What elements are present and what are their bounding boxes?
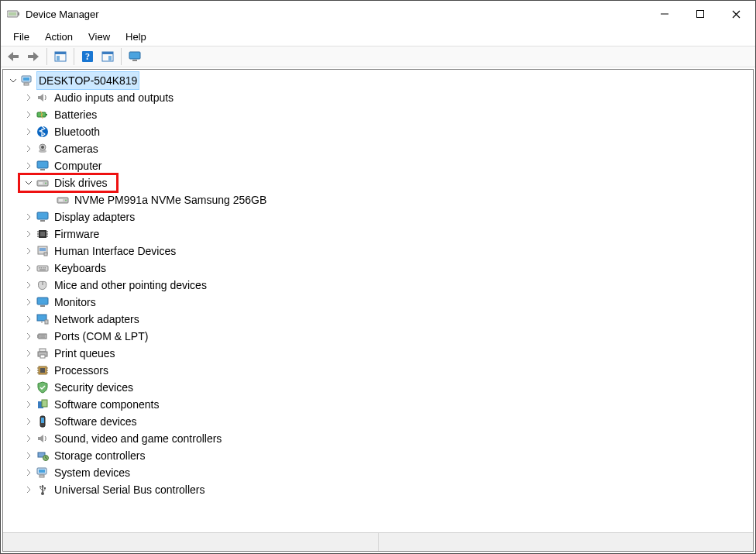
toolbar-separator [74,48,74,65]
tree-category-system[interactable]: System devices [3,464,753,481]
expander-icon[interactable] [22,210,36,224]
svg-rect-4 [12,55,19,58]
speaker-icon [36,91,50,105]
expander-icon[interactable] [22,397,36,411]
svg-rect-58 [39,334,46,339]
tree-category-proc[interactable]: Processors [3,362,753,379]
minimize-button[interactable] [647,2,682,26]
svg-point-62 [40,336,41,337]
expander-icon[interactable] [22,244,36,258]
tree-category-usb-label: Universal Serial Bus controllers [53,481,207,498]
tree-category-computer[interactable]: Computer [3,157,753,174]
client-area: DESKTOP-504K819Audio inputs and outputsB… [2,69,754,552]
svg-point-63 [42,336,43,337]
tree-category-ports-label: Ports (COM & LPT) [53,328,149,345]
tree-category-printq[interactable]: Print queues [3,345,753,362]
chip-icon [36,363,50,377]
menu-file[interactable]: File [5,29,37,44]
svg-rect-79 [41,418,44,423]
expander-icon[interactable] [22,176,36,190]
toolbar-back-button[interactable] [4,47,22,66]
expander-icon[interactable] [22,142,36,156]
menu-view[interactable]: View [81,29,118,44]
svg-rect-13 [108,56,112,60]
svg-text:?: ? [85,51,90,62]
expander-icon[interactable] [22,380,36,394]
menubar: File Action View Help [1,27,755,46]
tree-category-cameras[interactable]: Cameras [3,140,753,157]
expander-icon[interactable] [22,278,36,292]
keyboard-icon [36,261,50,275]
svg-rect-29 [39,182,43,184]
expander-icon[interactable] [22,449,36,463]
svg-point-24 [41,146,44,149]
expander-icon[interactable] [22,432,36,446]
expander-icon [42,193,56,207]
tree-category-sound[interactable]: Sound, video and game controllers [3,430,753,447]
tree-category-swcomp[interactable]: Software components [3,396,753,413]
tree-category-keyboards-label: Keyboards [53,260,108,277]
svg-rect-53 [37,298,48,305]
svg-rect-32 [59,199,63,201]
tree-category-swdev[interactable]: Software devices [3,413,753,430]
tree-root-node[interactable]: DESKTOP-504K819 [3,72,753,89]
toolbar-forward-button[interactable] [24,47,43,66]
printer-icon [36,346,50,360]
tree-category-storage-label: Storage controllers [53,447,147,464]
toolbar-help-button[interactable]: ? [78,47,97,66]
tree-category-mice[interactable]: Mice and other pointing devices [3,277,753,294]
tree-category-hid[interactable]: Human Interface Devices [3,243,753,260]
expander-icon[interactable] [22,295,36,309]
expander-icon[interactable] [22,159,36,173]
tree-category-monitors[interactable]: Monitors [3,294,753,311]
expander-icon[interactable] [22,363,36,377]
help-icon: ? [81,50,94,63]
tree-category-firmware[interactable]: Firmware [3,225,753,243]
expander-icon[interactable] [22,261,36,275]
device-tree[interactable]: DESKTOP-504K819Audio inputs and outputsB… [3,70,753,532]
expander-icon[interactable] [22,125,36,139]
expander-icon[interactable] [22,227,36,241]
expander-icon[interactable] [22,466,36,480]
svg-rect-20 [46,114,47,115]
tree-category-keyboards[interactable]: Keyboards [3,260,753,277]
maximize-button[interactable] [682,2,718,26]
expander-icon[interactable] [22,312,36,326]
tree-category-batteries[interactable]: Batteries [3,106,753,123]
expander-icon[interactable] [22,91,36,105]
close-button[interactable] [718,2,754,26]
toolbar-display-button[interactable] [125,47,144,66]
tree-device-disk[interactable]: NVMe PM991a NVMe Samsung 256GB [3,191,753,208]
app-icon [7,8,19,20]
tree-category-ports[interactable]: Ports (COM & LPT) [3,328,753,345]
port-icon [36,329,50,343]
disk-icon [36,176,50,190]
svg-rect-1 [9,12,16,15]
tree-category-usb[interactable]: Universal Serial Bus controllers [3,481,753,498]
expander-icon[interactable] [22,415,36,428]
toolbar-action-pane-button[interactable] [98,47,117,66]
svg-rect-34 [40,220,45,222]
tree-category-network[interactable]: Network adapters [3,311,753,328]
expander-icon[interactable] [22,483,36,497]
tree-category-bluetooth[interactable]: Bluetooth [3,123,753,140]
mouse-icon [36,278,50,292]
svg-rect-51 [40,270,46,270]
tree-category-display[interactable]: Display adapters [3,208,753,225]
expander-icon[interactable] [22,329,36,343]
expander-icon[interactable] [6,74,20,88]
toolbar-console-tree-button[interactable] [51,47,70,66]
menu-action[interactable]: Action [37,29,81,44]
tree-category-disk[interactable]: Disk drives [3,174,753,191]
tree-category-security[interactable]: Security devices [3,379,753,396]
svg-point-28 [45,183,46,184]
expander-icon[interactable] [22,346,36,360]
tree-category-audio[interactable]: Audio inputs and outputs [3,89,753,106]
tree-category-swcomp-label: Software components [53,396,160,413]
svg-rect-33 [37,212,48,219]
tree-category-storage[interactable]: Storage controllers [3,447,753,464]
expander-icon[interactable] [22,108,36,122]
menu-help[interactable]: Help [118,29,154,44]
tree-device-disk-label: NVMe PM991a NVMe Samsung 256GB [73,191,268,208]
swdev-icon [36,415,50,428]
